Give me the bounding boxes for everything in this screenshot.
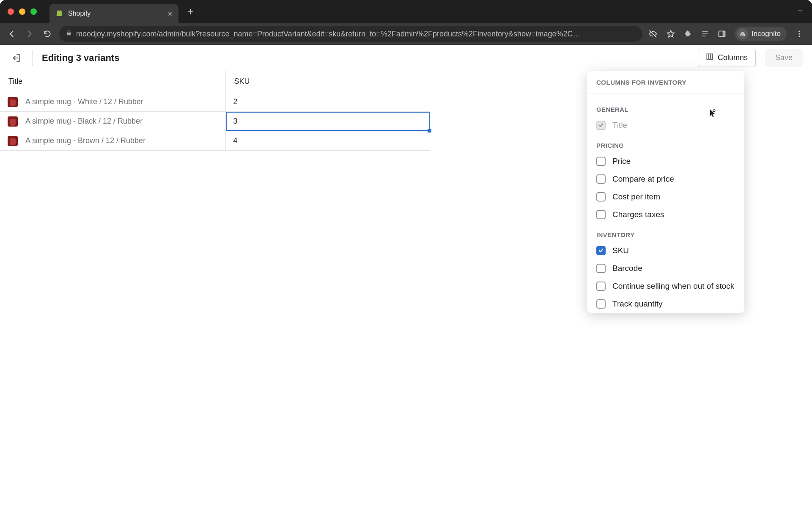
row-title: A simple mug - White / 12 / Rubber (25, 97, 143, 106)
column-toggle-continue-selling-when-out-of-stock[interactable]: Continue selling when out of stock (587, 277, 744, 295)
popover-section-label: GENERAL (587, 98, 744, 116)
extensions-icon[interactable] (684, 30, 692, 38)
checkbox[interactable] (596, 174, 606, 184)
eye-off-icon[interactable] (648, 29, 658, 39)
title-cell[interactable]: A simple mug - Black / 12 / Rubber (0, 112, 225, 131)
checkbox-label: Price (612, 157, 631, 166)
lock-icon (66, 30, 72, 38)
tab-strip: Shopify × + ﹀ (0, 0, 812, 23)
address-bar[interactable]: moodjoy.myshopify.com/admin/bulk?resourc… (59, 26, 642, 42)
column-toggle-title: Title (587, 116, 744, 134)
exit-bulk-editor-button[interactable] (9, 51, 23, 65)
row-title: A simple mug - Brown / 12 / Rubber (25, 136, 145, 145)
app-viewport: Editing 3 variants Columns Save Title SK… (0, 45, 812, 508)
columns-button-label: Columns (718, 53, 748, 62)
title-cell[interactable]: A simple mug - White / 12 / Rubber (0, 92, 225, 112)
svg-rect-1 (723, 31, 725, 36)
window-controls (8, 8, 37, 15)
app-header: Editing 3 variants Columns Save (0, 45, 812, 71)
product-thumbnail-icon (8, 116, 18, 127)
svg-point-5 (798, 33, 800, 34)
new-tab-button[interactable]: + (184, 5, 197, 18)
checkbox[interactable] (596, 299, 606, 309)
checkbox-label: Cost per item (612, 192, 660, 202)
shopify-favicon-icon (55, 9, 64, 18)
column-toggle-sku[interactable]: SKU (587, 242, 744, 260)
browser-toolbar: moodjoy.myshopify.com/admin/bulk?resourc… (0, 23, 812, 45)
svg-rect-7 (707, 54, 708, 60)
incognito-badge[interactable]: Incognito (735, 27, 787, 41)
window-fullscreen-icon[interactable] (30, 8, 37, 15)
row-sku: 4 (233, 136, 238, 145)
row-sku: 2 (233, 97, 238, 106)
incognito-label: Incognito (752, 30, 781, 38)
toolbar-right-icons: Incognito (648, 27, 806, 41)
checkbox-label: Track quantity (612, 299, 663, 309)
product-thumbnail-icon (8, 136, 18, 146)
svg-rect-9 (711, 54, 713, 60)
svg-point-6 (798, 36, 800, 37)
checkbox-label: Title (612, 121, 627, 130)
checkbox-label: Barcode (612, 264, 642, 273)
popover-heading: COLUMNS FOR INVENTORY (587, 71, 744, 94)
tabs-dropdown-icon[interactable]: ﹀ (798, 8, 812, 15)
incognito-icon (737, 28, 748, 39)
checkbox[interactable] (596, 246, 606, 255)
row-title: A simple mug - Black / 12 / Rubber (25, 117, 143, 126)
save-button[interactable]: Save (765, 49, 803, 67)
column-toggle-price[interactable]: Price (587, 152, 744, 170)
browser-chrome: Shopify × + ﹀ moodjoy.myshopify.com/admi… (0, 0, 812, 45)
svg-point-4 (798, 31, 800, 32)
tab-title: Shopify (68, 10, 163, 17)
save-button-label: Save (775, 53, 793, 62)
nav-reload-icon[interactable] (41, 28, 53, 40)
sku-cell[interactable]: 3 (225, 112, 430, 131)
columns-button[interactable]: Columns (698, 49, 756, 67)
window-close-icon[interactable] (8, 8, 14, 15)
columns-popover: COLUMNS FOR INVENTORY GENERALTitlePRICIN… (587, 71, 744, 313)
table-row: A simple mug - Brown / 12 / Rubber4 (0, 131, 430, 151)
checkbox-label: SKU (612, 246, 629, 255)
nav-back-icon[interactable] (6, 28, 18, 40)
tab-close-icon[interactable]: × (167, 9, 173, 18)
svg-rect-8 (709, 54, 710, 60)
checkbox[interactable] (596, 210, 606, 219)
popover-section-label: PRICING (587, 134, 744, 152)
checkbox-label: Charges taxes (612, 210, 664, 219)
table-row: A simple mug - Black / 12 / Rubber3 (0, 112, 430, 131)
sku-cell[interactable]: 2 (225, 92, 430, 112)
checkbox (596, 121, 606, 130)
fill-handle[interactable] (428, 129, 431, 133)
column-header-sku[interactable]: SKU (225, 71, 430, 92)
popover-section-label: INVENTORY (587, 224, 744, 242)
star-icon[interactable] (666, 29, 675, 39)
row-sku: 3 (233, 117, 238, 126)
sku-cell[interactable]: 4 (225, 131, 430, 151)
checkbox-label: Compare at price (612, 174, 674, 184)
checkbox[interactable] (596, 192, 606, 202)
column-toggle-compare-at-price[interactable]: Compare at price (587, 170, 744, 188)
column-toggle-charges-taxes[interactable]: Charges taxes (587, 206, 744, 224)
page-title: Editing 3 variants (42, 52, 689, 64)
kebab-menu-icon[interactable] (795, 30, 804, 38)
column-toggle-cost-per-item[interactable]: Cost per item (587, 188, 744, 206)
url-text: moodjoy.myshopify.com/admin/bulk?resourc… (76, 30, 581, 39)
checkbox[interactable] (596, 282, 606, 291)
reading-list-icon[interactable] (701, 30, 709, 38)
checkbox[interactable] (596, 264, 606, 273)
table-row: A simple mug - White / 12 / Rubber2 (0, 92, 430, 112)
column-header-title[interactable]: Title (0, 71, 225, 92)
title-cell[interactable]: A simple mug - Brown / 12 / Rubber (0, 131, 225, 151)
columns-icon (706, 53, 713, 63)
checkbox[interactable] (596, 157, 606, 166)
column-toggle-barcode[interactable]: Barcode (587, 260, 744, 277)
window-minimize-icon[interactable] (19, 8, 25, 15)
checkbox-label: Continue selling when out of stock (612, 282, 734, 291)
browser-tab[interactable]: Shopify × (49, 4, 178, 23)
side-panel-icon[interactable] (718, 30, 726, 38)
product-thumbnail-icon (8, 97, 18, 107)
nav-forward-icon[interactable] (24, 28, 36, 40)
column-toggle-track-quantity[interactable]: Track quantity (587, 295, 744, 313)
